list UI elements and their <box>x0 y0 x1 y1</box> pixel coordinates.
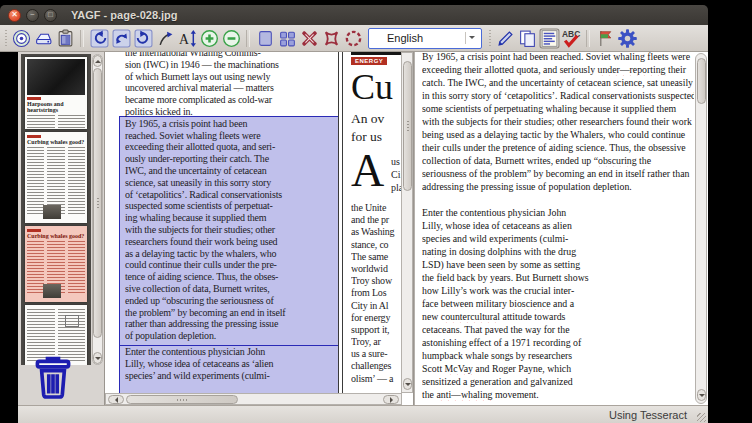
ocr-text-line[interactable]: By 1965, a crisis point had been reached… <box>422 52 694 63</box>
section-tag: ENERGY <box>351 57 387 65</box>
detect-areas-button[interactable] <box>298 27 320 49</box>
thumbnail-list[interactable]: Harpoons and heartstringsCurbing whales … <box>21 54 91 365</box>
toolbar-handle[interactable] <box>4 30 8 47</box>
ocr-text-line[interactable]: how Lilly’s work was the crucial inter- <box>422 284 694 297</box>
ocr-text-line[interactable]: new countercultural attitude towards <box>422 310 694 323</box>
page-thumbnail-1[interactable]: Harpoons and heartstrings <box>25 57 87 129</box>
maximize-button[interactable]: □ <box>44 9 57 22</box>
ocr-text-line[interactable]: humpback whale songs by researchers <box>422 349 694 362</box>
zoom-in-button[interactable] <box>198 27 220 49</box>
paste-image-button[interactable] <box>54 27 76 49</box>
scanned-column-2: ENERGY Cu An ovfor us A usCipla the Unit… <box>351 52 401 393</box>
ocr-text-line[interactable]: nating in dosing dolphins with the drug <box>422 245 694 258</box>
image-vscrollbar[interactable] <box>401 52 413 393</box>
zoom-out-button[interactable] <box>220 27 242 49</box>
scanned-text-line: as a delaying tactic by the whalers, who <box>125 248 337 260</box>
ocr-text-line[interactable]: in this sorry story of ‘cetapolitics’. R… <box>422 89 694 102</box>
scanned-text-line: olism’ — a <box>351 373 394 385</box>
ocr-text-segment: attitude towards <box>500 311 565 322</box>
spell-check-button[interactable]: ABC <box>560 27 582 49</box>
scanned-text-line: species’ and wild experiments (culmi- <box>125 370 337 382</box>
language-flag-button[interactable] <box>594 27 616 49</box>
single-block-icon <box>256 29 275 48</box>
ocr-text-segment: Scott <box>422 363 445 374</box>
ocr-text-line[interactable]: LSD) have been seen by some as setting <box>422 258 694 271</box>
dropcap-lines: usCipla <box>391 156 401 194</box>
ocr-text-segment: humpback whale songs by researchers <box>422 350 572 361</box>
ocr-text-segment: new <box>422 311 441 322</box>
scanned-text-line: of which Burnett lays out using newly <box>125 71 337 83</box>
delete-areas-button[interactable] <box>320 27 342 49</box>
zoom-out-icon <box>222 29 241 48</box>
misspelled-word: bioscience <box>509 298 550 309</box>
ocr-text-line[interactable]: exceeding their allotted quota, and seri… <box>422 63 694 76</box>
multiple-blocks-button[interactable] <box>276 27 298 49</box>
ocr-text-line[interactable]: with the subjects for their studies; oth… <box>422 115 694 128</box>
ocr-text-line[interactable]: cetaceans. That paved the way for the <box>422 323 694 336</box>
ocr-text-segment: addressing the pressing issue of populat… <box>422 181 632 192</box>
misspelled-word: under—reporting <box>597 64 665 75</box>
minimize-button[interactable]: − <box>26 9 39 22</box>
ocr-text-line[interactable]: catch. The IWC, and the uncertainty of c… <box>422 76 694 89</box>
headline-fragment: Cu <box>351 66 393 108</box>
select-area-button[interactable] <box>342 27 364 49</box>
scanned-text-line: the Unite <box>351 202 394 214</box>
single-block-button[interactable] <box>254 27 276 49</box>
sidebar-scrollbar[interactable] <box>92 54 103 365</box>
status-text: Using Tesseract <box>609 409 687 421</box>
ocr-text-segment: being used as a delaying tactic by the W… <box>422 129 685 140</box>
ocr-text-line[interactable]: Enter the contentious physician John <box>422 206 694 219</box>
select-text-area-button[interactable]: A <box>176 27 198 49</box>
ocr-text-line[interactable]: sensitized a generation and galvanized <box>422 375 694 388</box>
ocr-text-line[interactable]: some scientists of perpetuating whaling … <box>422 102 694 115</box>
image-hscrollbar[interactable] <box>105 393 402 405</box>
resize-grip[interactable] <box>697 413 706 422</box>
disc-icon <box>12 29 31 48</box>
ocr-text-line[interactable]: Lilly, whose idea of cetaceans as alien <box>422 219 694 232</box>
toolbar-separator <box>80 30 84 47</box>
chevron-down-icon[interactable] <box>465 32 478 44</box>
scanner-icon <box>34 29 53 48</box>
misspelled-word: John <box>548 207 567 218</box>
rotate-180-button[interactable] <box>110 27 132 49</box>
language-select[interactable]: English <box>368 28 482 49</box>
page-thumbnail-2[interactable]: Curbing whales good? <box>25 132 87 223</box>
ocr-text-line[interactable]: face between military bioscience and a <box>422 297 694 310</box>
abc-check-icon: ABC <box>561 28 582 49</box>
thumbnail-tag <box>27 135 41 138</box>
ocr-text-line[interactable]: seriousness of the problem” by becoming … <box>422 167 694 180</box>
ocr-text-line[interactable]: the anti—whaling movement. <box>422 388 694 401</box>
close-button[interactable]: ✕ <box>8 9 21 22</box>
ocr-text-line[interactable]: being used as a delaying tactic by the W… <box>422 128 694 141</box>
scanned-text-line: Enter the contentious physician John <box>125 346 337 358</box>
ocr-text-line[interactable]: Scott McVay and Roger Payne, which <box>422 362 694 375</box>
ocr-text-line[interactable]: collection of data, Burnett writes, ende… <box>422 154 694 167</box>
ocr-text-line[interactable]: astonishing effect of a 1971 recording o… <box>422 336 694 349</box>
recognize-button[interactable] <box>538 27 560 49</box>
rotate-left-button[interactable] <box>88 27 110 49</box>
rotate-right-button[interactable] <box>132 27 154 49</box>
settings-button[interactable] <box>616 27 638 49</box>
ocr-text[interactable]: By 1965, a crisis point had been reached… <box>422 52 694 401</box>
deskew-button[interactable] <box>154 27 176 49</box>
trash-dropzone[interactable] <box>30 355 76 403</box>
copy-text-button[interactable] <box>516 27 538 49</box>
ocr-text-line[interactable]: their culls under the pretence of aiding… <box>422 141 694 154</box>
toolbar-handle[interactable] <box>488 30 492 47</box>
ocr-text-segment: collection of data, Burnett writes, ende… <box>422 155 594 166</box>
ocr-text-line[interactable]: the field back by years. But Burnett sho… <box>422 271 694 284</box>
ocr-text-editor[interactable]: By 1965, a crisis point had been reached… <box>414 52 708 405</box>
scan-button[interactable] <box>32 27 54 49</box>
page-thumbnail-3-selected[interactable]: Curbing whales good? <box>25 226 87 302</box>
edit-text-button[interactable] <box>494 27 516 49</box>
open-image-button[interactable] <box>10 27 32 49</box>
scanned-text-line: City in Al <box>351 300 394 312</box>
scanned-text-line: science, sat uneasily in this sorry stor… <box>125 177 337 189</box>
ocr-text-line[interactable]: species and wild experiments (culmi- <box>422 232 694 245</box>
ocr-text-segment: by becoming an end in itself rather than <box>531 168 689 179</box>
text-vscrollbar[interactable] <box>695 53 707 404</box>
ocr-text-line[interactable]: addressing the pressing issue of populat… <box>422 180 694 193</box>
scanned-image-view[interactable]: the International Whaling Commis-sion (I… <box>105 52 414 405</box>
titlebar[interactable]: ✕ − □ YAGF - page-028.jpg <box>0 5 708 25</box>
scanned-text-line: ing whaling because it supplied them <box>125 212 337 224</box>
